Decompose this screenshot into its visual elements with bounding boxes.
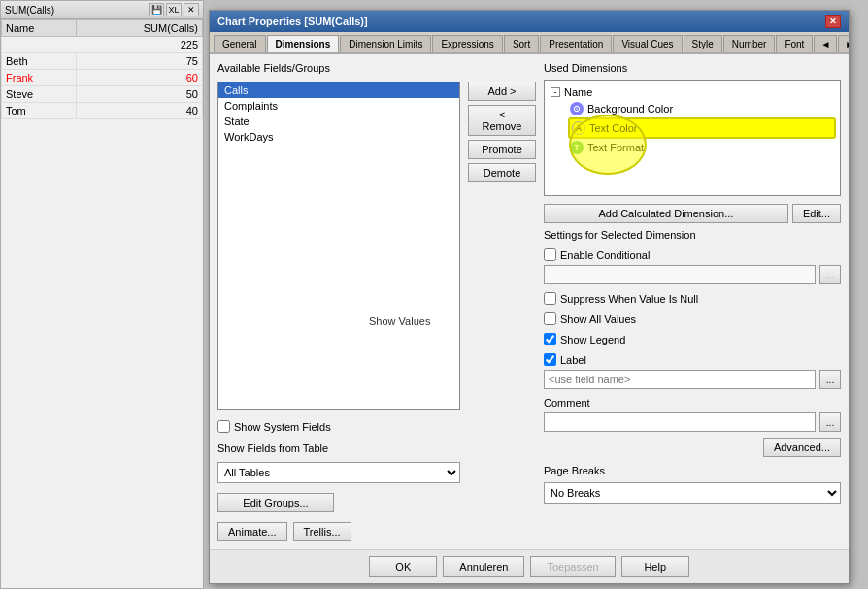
used-dimensions-label: Used Dimensions bbox=[544, 62, 841, 74]
tab-expressions[interactable]: Expressions bbox=[432, 35, 502, 52]
bg-title-bar: SUM(Calls) 💾 XL ✕ bbox=[1, 1, 203, 19]
advanced-button[interactable]: Advanced... bbox=[763, 438, 841, 457]
settings-section: Settings for Selected Dimension Enable C… bbox=[544, 229, 841, 504]
dialog-title: Chart Properties [SUM(Calls)] bbox=[217, 16, 368, 27]
bg-title: SUM(Calls) bbox=[5, 5, 54, 16]
label-checkbox[interactable] bbox=[544, 353, 556, 366]
left-panel: Available Fields/Groups Calls Complaints… bbox=[217, 62, 460, 541]
label-input-row: ... bbox=[544, 370, 841, 389]
show-fields-from-label: Show Fields from Table bbox=[217, 442, 460, 454]
show-system-fields-label: Show System Fields bbox=[234, 421, 331, 433]
animate-button[interactable]: Animate... bbox=[217, 522, 287, 541]
bg-save-icon[interactable]: 💾 bbox=[149, 3, 164, 16]
label-row: Label bbox=[544, 353, 841, 366]
tree-root-name[interactable]: - Name bbox=[549, 84, 836, 100]
tab-more-right[interactable]: ► bbox=[838, 35, 849, 52]
show-all-values-checkbox[interactable] bbox=[544, 312, 556, 325]
tree-child-bg-color-label: Background Color bbox=[587, 103, 673, 115]
right-panel: Used Dimensions - Name ⊙ Background Colo… bbox=[544, 62, 841, 541]
tab-presentation[interactable]: Presentation bbox=[540, 35, 612, 52]
add-button[interactable]: Add > bbox=[468, 82, 536, 101]
add-edit-buttons: Add Calculated Dimension... Edit... bbox=[544, 204, 841, 223]
tab-general[interactable]: General bbox=[214, 35, 266, 52]
show-system-fields-row: Show System Fields bbox=[217, 420, 460, 433]
available-fields-list[interactable]: Calls Complaints State WorkDays bbox=[217, 82, 460, 410]
dialog-body: Available Fields/Groups Calls Complaints… bbox=[210, 54, 849, 549]
promote-button[interactable]: Promote bbox=[468, 140, 536, 159]
tab-visual-cues[interactable]: Visual Cues bbox=[613, 35, 682, 52]
list-item-workdays[interactable]: WorkDays bbox=[218, 129, 459, 145]
tab-more-left[interactable]: ◄ bbox=[814, 35, 837, 52]
edit-groups-button[interactable]: Edit Groups... bbox=[217, 493, 334, 512]
suppress-null-label: Suppress When Value Is Null bbox=[560, 293, 698, 305]
show-all-values-row: Show All Values bbox=[544, 312, 841, 325]
tab-sort[interactable]: Sort bbox=[504, 35, 539, 52]
conditional-input[interactable] bbox=[544, 265, 816, 284]
list-item-calls[interactable]: Calls bbox=[218, 82, 459, 98]
tree-child-text-color[interactable]: A Text Color bbox=[568, 117, 836, 139]
bg-xl-icon[interactable]: XL bbox=[166, 3, 182, 16]
comment-input[interactable] bbox=[544, 412, 816, 432]
comment-label: Comment bbox=[544, 397, 590, 409]
tree-children: ⊙ Background Color A Text Color T Text F… bbox=[568, 100, 836, 156]
list-item: 50 bbox=[76, 86, 202, 103]
background-spreadsheet: SUM(Calls) 💾 XL ✕ Name SUM(Calls) 225 Be… bbox=[0, 0, 204, 589]
enable-conditional-label: Enable Conditional bbox=[560, 249, 650, 261]
help-button[interactable]: Help bbox=[621, 556, 689, 577]
bg-col-name: Name bbox=[2, 20, 77, 37]
tab-dimensions[interactable]: Dimensions bbox=[267, 35, 340, 53]
trellis-button[interactable]: Trellis... bbox=[293, 522, 351, 541]
bg-close-icon[interactable]: ✕ bbox=[184, 3, 199, 16]
show-system-fields-checkbox[interactable] bbox=[217, 420, 230, 433]
show-legend-label: Show Legend bbox=[560, 334, 625, 345]
list-item-state[interactable]: State bbox=[218, 114, 459, 129]
suppress-null-checkbox[interactable] bbox=[544, 292, 556, 305]
demote-button[interactable]: Demote bbox=[468, 163, 536, 182]
tree-child-text-color-label: Text Color bbox=[589, 122, 638, 134]
list-item: Frank bbox=[2, 70, 77, 86]
label-cb-label: Label bbox=[560, 354, 586, 366]
fields-from-dropdown-row: All Tables bbox=[217, 462, 460, 483]
edit-dim-button[interactable]: Edit... bbox=[792, 204, 841, 223]
bg-total: 225 bbox=[2, 37, 203, 53]
tab-number[interactable]: Number bbox=[723, 35, 776, 52]
list-item: Steve bbox=[2, 86, 77, 103]
conditional-input-row: ... bbox=[544, 265, 841, 284]
text-format-icon: T bbox=[570, 141, 584, 154]
tab-style[interactable]: Style bbox=[684, 35, 722, 52]
tab-dimension-limits[interactable]: Dimension Limits bbox=[340, 35, 431, 52]
tab-font[interactable]: Font bbox=[776, 35, 813, 52]
enable-conditional-row: Enable Conditional bbox=[544, 248, 841, 261]
dialog-footer: OK Annuleren Toepassen Help bbox=[210, 549, 849, 583]
conditional-ellipsis-button[interactable]: ... bbox=[819, 265, 841, 284]
tree-child-text-format-label: Text Format bbox=[587, 142, 644, 153]
remove-button[interactable]: < Remove bbox=[468, 105, 536, 136]
tree-child-text-format[interactable]: T Text Format bbox=[568, 139, 836, 156]
fields-from-dropdown[interactable]: All Tables bbox=[217, 462, 460, 483]
ok-button[interactable]: OK bbox=[369, 556, 437, 577]
text-color-icon: A bbox=[572, 121, 585, 135]
add-calculated-dim-button[interactable]: Add Calculated Dimension... bbox=[544, 204, 788, 223]
show-all-values-label: Show All Values bbox=[560, 313, 636, 325]
list-item-complaints[interactable]: Complaints bbox=[218, 98, 459, 114]
label-input[interactable] bbox=[544, 370, 816, 389]
cancel-button[interactable]: Annuleren bbox=[443, 556, 524, 577]
tree-child-bg-color[interactable]: ⊙ Background Color bbox=[568, 100, 836, 117]
page-breaks-label: Page Breaks bbox=[544, 465, 605, 476]
dialog-close-button[interactable]: ✕ bbox=[825, 15, 841, 28]
available-fields-label: Available Fields/Groups bbox=[217, 62, 460, 74]
comment-ellipsis-button[interactable]: ... bbox=[819, 412, 841, 432]
label-ellipsis-button[interactable]: ... bbox=[819, 370, 841, 389]
apply-button[interactable]: Toepassen bbox=[530, 556, 615, 577]
bg-col-sum: SUM(Calls) bbox=[76, 20, 202, 37]
bg-table: Name SUM(Calls) 225 Beth 75 Frank 60 Ste… bbox=[1, 19, 203, 119]
list-item: Beth bbox=[2, 53, 77, 70]
show-legend-checkbox[interactable] bbox=[544, 333, 556, 345]
page-breaks-dropdown[interactable]: No Breaks bbox=[544, 482, 841, 504]
enable-conditional-checkbox[interactable] bbox=[544, 248, 556, 261]
dimension-tree[interactable]: - Name ⊙ Background Color A Text Color T… bbox=[544, 80, 841, 196]
page-breaks-dropdown-row: No Breaks bbox=[544, 482, 841, 504]
comment-input-row: ... bbox=[544, 412, 841, 432]
tree-toggle[interactable]: - bbox=[551, 87, 560, 97]
list-item: 75 bbox=[76, 53, 202, 70]
